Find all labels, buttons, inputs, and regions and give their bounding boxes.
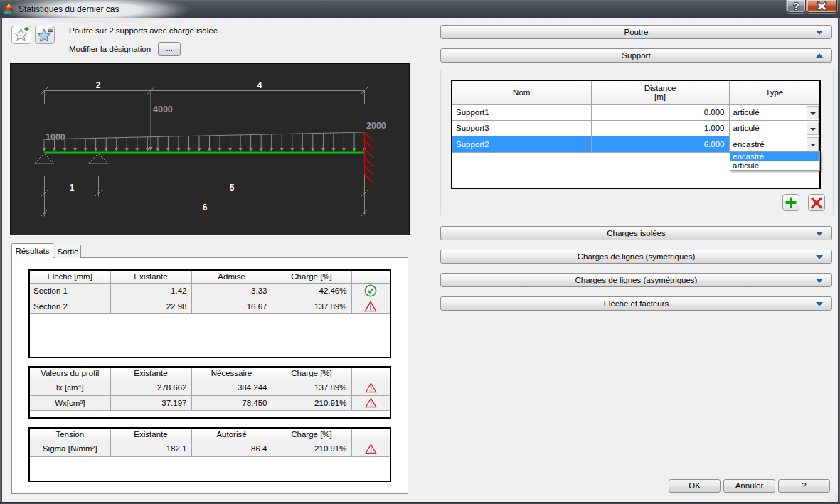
svg-text:?: ? (793, 1, 799, 12)
svg-text:1: 1 (70, 183, 75, 193)
svg-text:4000: 4000 (153, 104, 173, 114)
svg-text:2000: 2000 (366, 121, 386, 131)
svg-text:2: 2 (96, 80, 101, 90)
svg-text:6: 6 (203, 203, 208, 213)
svg-text:5: 5 (230, 183, 235, 193)
svg-text:4: 4 (257, 80, 262, 90)
svg-text:1000: 1000 (46, 132, 65, 142)
